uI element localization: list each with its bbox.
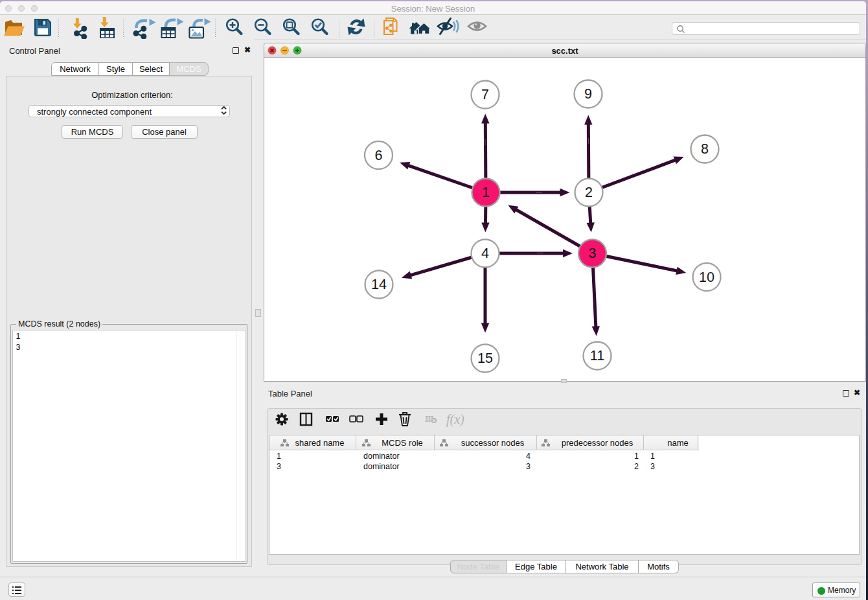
svg-text:7: 7: [481, 87, 489, 102]
svg-text:14: 14: [371, 277, 387, 292]
svg-text:10: 10: [699, 270, 714, 285]
svg-text:2: 2: [585, 185, 593, 200]
svg-text:9: 9: [584, 86, 592, 102]
svg-text:f(x): f(x): [446, 412, 464, 427]
svg-text:15: 15: [477, 351, 493, 366]
svg-text:8: 8: [701, 141, 709, 157]
svg-text:11: 11: [590, 348, 604, 363]
svg-text:3: 3: [589, 246, 597, 261]
svg-text:6: 6: [375, 148, 383, 163]
svg-text:1: 1: [482, 185, 490, 200]
svg-text:4: 4: [481, 246, 489, 261]
